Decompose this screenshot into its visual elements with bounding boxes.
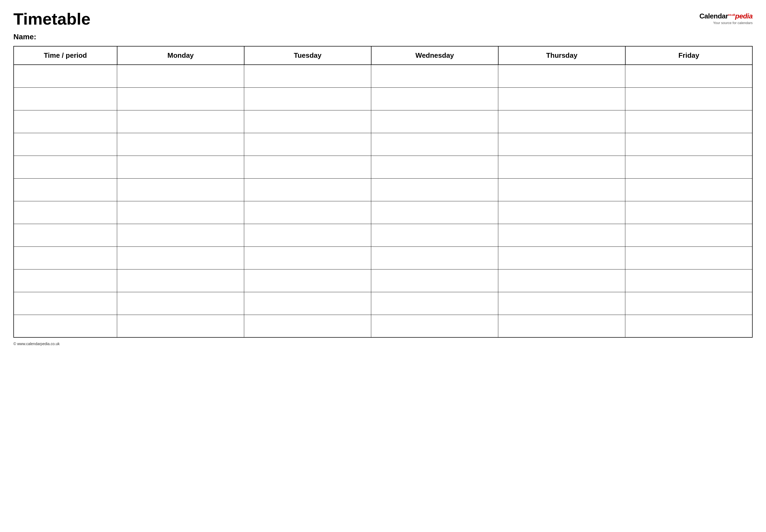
footer: © www.calendarpedia.co.uk: [13, 342, 753, 346]
table-cell-row6-col0[interactable]: [14, 201, 117, 224]
header-tuesday: Tuesday: [244, 46, 371, 65]
table-row: [14, 315, 752, 337]
table-cell-row9-col4[interactable]: [498, 269, 625, 292]
table-cell-row6-col3[interactable]: [371, 201, 498, 224]
table-cell-row0-col5[interactable]: [625, 65, 752, 87]
table-cell-row3-col4[interactable]: [498, 133, 625, 156]
table-cell-row1-col0[interactable]: [14, 87, 117, 110]
table-cell-row3-col1[interactable]: [117, 133, 244, 156]
table-cell-row11-col4[interactable]: [498, 315, 625, 337]
table-row: [14, 133, 752, 156]
table-cell-row2-col2[interactable]: [244, 110, 371, 133]
header: Timetable Calendarco.ukpedia Your source…: [13, 11, 753, 27]
table-cell-row11-col2[interactable]: [244, 315, 371, 337]
table-cell-row4-col4[interactable]: [498, 156, 625, 178]
table-cell-row10-col3[interactable]: [371, 292, 498, 315]
table-cell-row0-col4[interactable]: [498, 65, 625, 87]
table-header-row: Time / period Monday Tuesday Wednesday T…: [14, 46, 752, 65]
table-cell-row6-col1[interactable]: [117, 201, 244, 224]
table-cell-row2-col5[interactable]: [625, 110, 752, 133]
table-cell-row5-col5[interactable]: [625, 178, 752, 201]
logo-pedia: pedia: [735, 12, 753, 20]
table-cell-row6-col5[interactable]: [625, 201, 752, 224]
table-cell-row4-col1[interactable]: [117, 156, 244, 178]
table-cell-row4-col0[interactable]: [14, 156, 117, 178]
table-cell-row11-col0[interactable]: [14, 315, 117, 337]
table-cell-row11-col3[interactable]: [371, 315, 498, 337]
table-row: [14, 269, 752, 292]
table-cell-row5-col3[interactable]: [371, 178, 498, 201]
table-cell-row7-col2[interactable]: [244, 224, 371, 246]
table-cell-row7-col1[interactable]: [117, 224, 244, 246]
table-cell-row9-col0[interactable]: [14, 269, 117, 292]
table-cell-row7-col4[interactable]: [498, 224, 625, 246]
table-cell-row5-col2[interactable]: [244, 178, 371, 201]
table-cell-row11-col5[interactable]: [625, 315, 752, 337]
table-cell-row9-col3[interactable]: [371, 269, 498, 292]
table-cell-row3-col3[interactable]: [371, 133, 498, 156]
name-label: Name:: [13, 33, 753, 41]
table-cell-row8-col1[interactable]: [117, 246, 244, 269]
table-cell-row0-col0[interactable]: [14, 65, 117, 87]
table-cell-row0-col1[interactable]: [117, 65, 244, 87]
table-cell-row1-col5[interactable]: [625, 87, 752, 110]
table-cell-row1-col3[interactable]: [371, 87, 498, 110]
table-cell-row9-col1[interactable]: [117, 269, 244, 292]
table-cell-row5-col0[interactable]: [14, 178, 117, 201]
table-cell-row3-col5[interactable]: [625, 133, 752, 156]
page-title: Timetable: [13, 11, 90, 27]
header-monday: Monday: [117, 46, 244, 65]
table-cell-row5-col1[interactable]: [117, 178, 244, 201]
table-cell-row9-col2[interactable]: [244, 269, 371, 292]
logo-couk: co.uk: [728, 13, 735, 16]
table-cell-row1-col1[interactable]: [117, 87, 244, 110]
table-cell-row2-col1[interactable]: [117, 110, 244, 133]
table-cell-row2-col3[interactable]: [371, 110, 498, 133]
table-cell-row4-col5[interactable]: [625, 156, 752, 178]
table-cell-row8-col0[interactable]: [14, 246, 117, 269]
table-row: [14, 87, 752, 110]
table-cell-row8-col2[interactable]: [244, 246, 371, 269]
table-cell-row1-col4[interactable]: [498, 87, 625, 110]
table-cell-row2-col0[interactable]: [14, 110, 117, 133]
table-cell-row7-col3[interactable]: [371, 224, 498, 246]
table-cell-row11-col1[interactable]: [117, 315, 244, 337]
table-cell-row4-col2[interactable]: [244, 156, 371, 178]
table-cell-row3-col0[interactable]: [14, 133, 117, 156]
table-cell-row5-col4[interactable]: [498, 178, 625, 201]
table-cell-row10-col0[interactable]: [14, 292, 117, 315]
table-cell-row8-col4[interactable]: [498, 246, 625, 269]
table-cell-row0-col3[interactable]: [371, 65, 498, 87]
table-row: [14, 178, 752, 201]
logo-calendar: Calendar: [699, 12, 728, 20]
header-time-period: Time / period: [14, 46, 117, 65]
table-row: [14, 156, 752, 178]
table-cell-row10-col2[interactable]: [244, 292, 371, 315]
table-cell-row7-col0[interactable]: [14, 224, 117, 246]
table-cell-row2-col4[interactable]: [498, 110, 625, 133]
table-cell-row8-col3[interactable]: [371, 246, 498, 269]
timetable: Time / period Monday Tuesday Wednesday T…: [13, 46, 753, 338]
table-cell-row8-col5[interactable]: [625, 246, 752, 269]
table-cell-row0-col2[interactable]: [244, 65, 371, 87]
page-wrapper: Timetable Calendarco.ukpedia Your source…: [13, 11, 753, 346]
logo-subtitle: Your source for calendars: [713, 21, 753, 25]
table-cell-row6-col2[interactable]: [244, 201, 371, 224]
table-cell-row10-col4[interactable]: [498, 292, 625, 315]
table-cell-row10-col1[interactable]: [117, 292, 244, 315]
header-thursday: Thursday: [498, 46, 625, 65]
table-cell-row4-col3[interactable]: [371, 156, 498, 178]
table-cell-row7-col5[interactable]: [625, 224, 752, 246]
header-wednesday: Wednesday: [371, 46, 498, 65]
table-row: [14, 201, 752, 224]
table-cell-row9-col5[interactable]: [625, 269, 752, 292]
table-cell-row3-col2[interactable]: [244, 133, 371, 156]
table-cell-row6-col4[interactable]: [498, 201, 625, 224]
table-row: [14, 110, 752, 133]
table-cell-row1-col2[interactable]: [244, 87, 371, 110]
table-row: [14, 65, 752, 87]
logo-area: Calendarco.ukpedia Your source for calen…: [699, 11, 753, 25]
table-cell-row10-col5[interactable]: [625, 292, 752, 315]
table-row: [14, 224, 752, 246]
table-row: [14, 246, 752, 269]
